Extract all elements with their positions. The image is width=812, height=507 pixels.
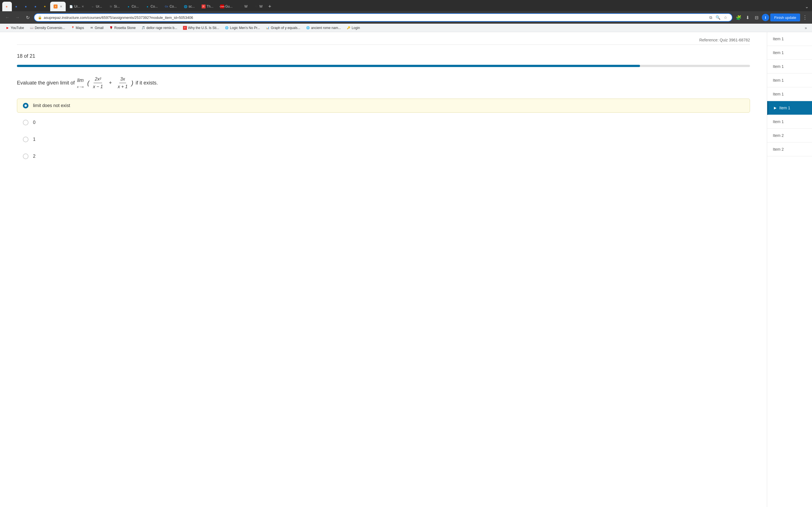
radio-4 bbox=[23, 154, 29, 159]
math-expression: lim x→∞ ( 2x² x − 1 + 3x x + 1 ) bbox=[77, 75, 133, 90]
tab-pinned-1[interactable]: ★ bbox=[2, 2, 12, 11]
open-paren: ( bbox=[87, 78, 89, 88]
tab-pinned-4[interactable]: ★ bbox=[31, 2, 41, 11]
bookmark-rosetta[interactable]: 🌹 Rosetta Stone bbox=[107, 25, 138, 31]
fraction-2: 3x x + 1 bbox=[116, 75, 129, 90]
choice-4-label: 2 bbox=[33, 154, 36, 159]
tab-sc[interactable]: 🌐 sc... bbox=[180, 2, 198, 11]
tab-bar: ★ ★ ★ ★ ★ X ✕ 📄 Ur... ✕ ← Ur... Si S bbox=[0, 0, 812, 11]
sidebar-item-2[interactable]: Item 1 bbox=[767, 46, 812, 60]
tab-pinned-3[interactable]: ★ bbox=[21, 2, 31, 11]
bookmark-label-density: Density Conversio... bbox=[35, 26, 65, 30]
tab-gu[interactable]: CNN Gu... bbox=[217, 2, 236, 11]
tab-title-w1: W bbox=[245, 4, 248, 8]
tab-co2[interactable]: ● Co... bbox=[142, 2, 161, 11]
question-text-before: Evaluate the given limit of bbox=[17, 79, 75, 87]
sidebar-item-1[interactable]: Item 1 bbox=[767, 32, 812, 46]
profile-button[interactable]: I bbox=[762, 14, 769, 21]
choice-2[interactable]: 0 bbox=[17, 115, 750, 129]
tab-ur1[interactable]: 📄 Ur... ✕ bbox=[66, 2, 87, 11]
plus-sign: + bbox=[109, 79, 112, 87]
progress-bar-container bbox=[17, 65, 750, 67]
tab-favicon-active: X bbox=[54, 4, 57, 8]
sidebar-item-3[interactable]: Item 1 bbox=[767, 60, 812, 73]
bookmark-favicon-login: 🔑 bbox=[347, 26, 350, 30]
tab-scroll-btn[interactable]: ⌄ bbox=[804, 3, 810, 10]
bookmark-login[interactable]: 🔑 Login bbox=[344, 25, 362, 31]
tab-th[interactable]: P Th... bbox=[198, 2, 217, 11]
sidebar-item-6[interactable]: ▶ Item 1 bbox=[767, 101, 812, 115]
sidebar-item-5-label: Item 1 bbox=[773, 92, 784, 96]
bookmark-graph[interactable]: 📊 Graph of y equals... bbox=[263, 25, 303, 31]
reload-button[interactable]: ↻ bbox=[24, 13, 32, 21]
sidebar-item-7[interactable]: Item 1 bbox=[767, 115, 812, 129]
address-text: asuprepaz.instructure.com/courses/65975/… bbox=[44, 15, 707, 20]
fraction-1: 2x² x − 1 bbox=[92, 75, 104, 90]
tab-pinned-2[interactable]: ★ bbox=[12, 2, 21, 11]
pip-icon[interactable]: ⧉ bbox=[708, 15, 713, 20]
tab-favicon-co1: ● bbox=[126, 4, 131, 8]
bookmark-favicon-gmail: ✉ bbox=[90, 26, 94, 30]
answer-choices: limit does not exist 0 1 2 bbox=[17, 99, 750, 163]
limit-notation: lim x→∞ bbox=[77, 76, 84, 89]
bookmark-label-maps: Maps bbox=[76, 26, 84, 30]
search-icon[interactable]: 🔍 bbox=[714, 15, 721, 20]
extensions-btn[interactable]: 🧩 bbox=[735, 13, 743, 21]
tab-ur2[interactable]: ← Ur... bbox=[87, 2, 105, 11]
tab-title-co1: Co... bbox=[132, 4, 139, 8]
bookmark-more-button[interactable]: » bbox=[803, 25, 809, 31]
bookmark-gmail[interactable]: ✉ Gmail bbox=[87, 25, 106, 31]
choice-3[interactable]: 1 bbox=[17, 132, 750, 147]
tab-co3[interactable]: Co Co... bbox=[161, 2, 180, 11]
tab-active-canvas[interactable]: X ✕ bbox=[50, 2, 66, 11]
finish-update-button[interactable]: Finish update bbox=[770, 13, 800, 21]
tab-w2[interactable]: W W bbox=[251, 2, 266, 11]
tab-w1[interactable]: W W bbox=[236, 2, 251, 11]
tab-end-buttons: ⌄ bbox=[804, 3, 810, 10]
split-btn[interactable]: ⊟ bbox=[753, 13, 761, 21]
sidebar-item-4[interactable]: Item 1 bbox=[767, 73, 812, 87]
browser-menu-button[interactable]: ⋮ bbox=[801, 13, 809, 22]
forward-button[interactable]: → bbox=[13, 13, 21, 21]
bookmark-logic[interactable]: 🌐 Logic Men's No Pr... bbox=[222, 25, 262, 31]
tab-close-active[interactable]: ✕ bbox=[60, 5, 62, 8]
fraction-2-denominator: x + 1 bbox=[116, 83, 129, 91]
lim-label: lim bbox=[77, 76, 84, 84]
choice-4[interactable]: 2 bbox=[17, 149, 750, 163]
bookmark-density[interactable]: 📖 Density Conversio... bbox=[28, 25, 67, 31]
bookmark-favicon-youtube: ▶ bbox=[6, 26, 10, 30]
sidebar-item-6-label: Item 1 bbox=[779, 106, 790, 110]
tab-title-gu: Gu... bbox=[225, 4, 233, 8]
tab-title-ur1: Ur... bbox=[74, 4, 80, 8]
bookmark-rome[interactable]: 🌐 ancient rome nam... bbox=[304, 25, 343, 31]
sidebar-item-9[interactable]: Item 2 bbox=[767, 143, 812, 156]
save-btn[interactable]: ⬇ bbox=[744, 13, 752, 21]
new-tab-button[interactable]: + bbox=[266, 3, 273, 10]
choice-1[interactable]: limit does not exist bbox=[17, 99, 750, 113]
sidebar-item-5[interactable]: Item 1 bbox=[767, 87, 812, 101]
bookmark-maps[interactable]: 📍 Maps bbox=[68, 25, 86, 31]
bookmark-youtube[interactable]: ▶ YouTube bbox=[3, 25, 26, 31]
back-button[interactable]: ← bbox=[3, 13, 11, 21]
bookmark-favicon-rosetta: 🌹 bbox=[109, 26, 113, 30]
bookmark-label-dellor: dellor rage remix b... bbox=[146, 26, 177, 30]
tab-si[interactable]: Si Si... bbox=[105, 2, 123, 11]
bookmark-favicon-rome: 🌐 bbox=[306, 26, 310, 30]
browser-chrome: ★ ★ ★ ★ ★ X ✕ 📄 Ur... ✕ ← Ur... Si S bbox=[0, 0, 812, 32]
bookmark-dellor[interactable]: 🎵 dellor rage remix b... bbox=[139, 25, 179, 31]
tab-close-ur1[interactable]: ✕ bbox=[82, 5, 84, 8]
fraction-2-numerator: 3x bbox=[119, 75, 126, 83]
tab-pinned-5[interactable]: ★ bbox=[41, 2, 50, 11]
choice-1-label: limit does not exist bbox=[33, 103, 70, 108]
bookmark-favicon-dellor: 🎵 bbox=[141, 26, 145, 30]
address-bar-actions: ⧉ 🔍 ☆ bbox=[708, 15, 728, 20]
tab-favicon-co3: Co bbox=[164, 4, 168, 8]
secure-icon: 🔒 bbox=[38, 15, 42, 19]
sidebar-item-8[interactable]: Item 2 bbox=[767, 129, 812, 143]
progress-bar-fill bbox=[17, 65, 640, 67]
address-bar[interactable]: 🔒 asuprepaz.instructure.com/courses/6597… bbox=[34, 13, 732, 22]
tab-co1[interactable]: ● Co... bbox=[123, 2, 142, 11]
bookmark-usis[interactable]: T Why the U.S. Is Sti... bbox=[181, 25, 221, 31]
bookmark-icon[interactable]: ☆ bbox=[723, 15, 728, 20]
question-counter: 18 of 21 bbox=[17, 53, 750, 59]
